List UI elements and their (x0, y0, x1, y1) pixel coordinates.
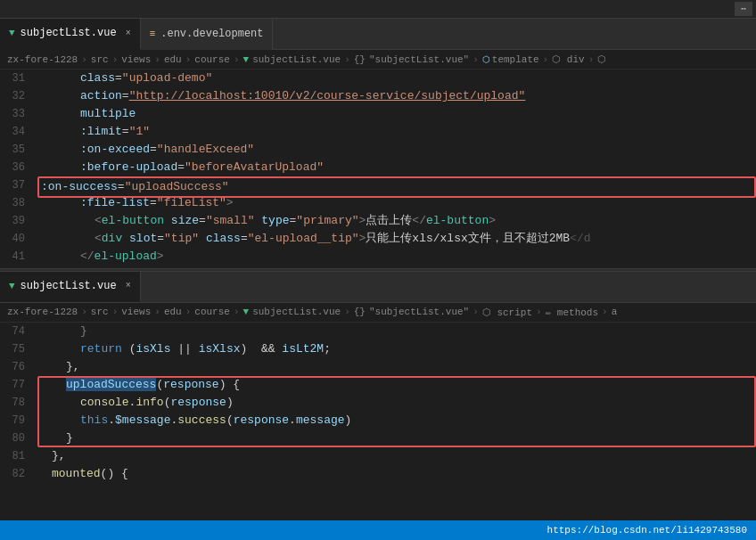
bc2-project: zx-fore-1228 (7, 307, 78, 317)
code-line-32: 32 action="http://localhost:10010/v2/cou… (0, 87, 756, 105)
tab-close-upper[interactable]: × (126, 29, 131, 38)
vue-icon: ▼ (9, 28, 15, 38)
tab-env[interactable]: ≡ .env.development (141, 19, 274, 50)
code-line-76: 76 }, (0, 358, 756, 376)
code-line-81: 81 }, (0, 447, 756, 465)
lower-breadcrumb: zx-fore-1228 › src › views › edu › cours… (0, 303, 756, 323)
upper-code-scroll[interactable]: 31 class="upload-demo" 32 action="http:/… (0, 70, 756, 267)
tab-label: subjectList.vue (21, 27, 117, 39)
code-line-34: 34 :limit="1" (0, 123, 756, 141)
lower-tab-bar: ▼ subjectList.vue × (0, 272, 756, 303)
code-line-36: 36 :before-upload="beforeAvatarUpload" (0, 159, 756, 176)
env-icon: ≡ (150, 29, 156, 39)
tab-close-lower[interactable]: × (126, 281, 131, 290)
upper-code-lines: 31 class="upload-demo" 32 action="http:/… (0, 70, 756, 266)
code-line-31: 31 class="upload-demo" (0, 70, 756, 87)
code-line-78: 78 console.info(response) (0, 394, 756, 412)
minimize-btn[interactable]: ⋯ (735, 2, 752, 16)
upper-breadcrumb: zx-fore-1228 › src › views › edu › cours… (0, 50, 756, 70)
vue-icon-lower: ▼ (9, 281, 15, 291)
bc-template: ⬡ template (482, 54, 539, 65)
code-line-39: 39 <el-button size="small" type="primary… (0, 212, 756, 230)
code-line-75: 75 return (isXls || isXlsx) && isLt2M; (0, 340, 756, 358)
lower-panel: ▼ subjectList.vue × zx-fore-1228 › src ›… (0, 272, 756, 520)
code-line-33: 33 multiple (0, 105, 756, 123)
lower-code-lines: 74 } 75 return (isXls || isXlsx) && isLt… (0, 323, 756, 483)
upper-panel: ▼ subjectList.vue × ≡ .env.development z… (0, 19, 756, 267)
lower-code-scroll[interactable]: 74 } 75 return (isXls || isXlsx) && isLt… (0, 323, 756, 520)
top-bar: ⋯ (0, 0, 756, 19)
code-line-80: 80 } (0, 430, 756, 447)
upper-tab-bar: ▼ subjectList.vue × ≡ .env.development (0, 19, 756, 50)
code-line-77: 77 uploadSuccess(response) { (0, 376, 756, 394)
tab-label-lower: subjectList.vue (21, 280, 117, 292)
tab-subjectlist-lower[interactable]: ▼ subjectList.vue × (0, 272, 141, 303)
tab-subjectlist-upper[interactable]: ▼ subjectList.vue × (0, 19, 141, 50)
status-bar: https://blog.csdn.net/li1429743580 (0, 520, 756, 540)
bc-project: zx-fore-1228 (7, 54, 78, 65)
bc2-vue-icon: ▼ (243, 307, 250, 317)
editor-container: ⋯ ▼ subjectList.vue × ≡ .env.development… (0, 0, 756, 540)
code-line-74: 74 } (0, 323, 756, 340)
code-line-41: 41 </el-upload> (0, 248, 756, 266)
code-line-82: 82 mounted() { (0, 465, 756, 483)
code-line-37: 37 :on-success="uploadSuccess" (0, 176, 756, 194)
code-line-35: 35 :on-exceed="handleExceed" (0, 141, 756, 159)
tab-env-label: .env.development (160, 28, 263, 40)
bc-vue-icon: ▼ (243, 54, 250, 65)
status-link: https://blog.csdn.net/li1429743580 (547, 525, 747, 536)
highlight-region: 77 uploadSuccess(response) { 78 console.… (0, 376, 756, 447)
code-line-40: 40 <div slot="tip" class="el-upload__tip… (0, 230, 756, 248)
code-line-79: 79 this.$message.success(response.messag… (0, 412, 756, 430)
